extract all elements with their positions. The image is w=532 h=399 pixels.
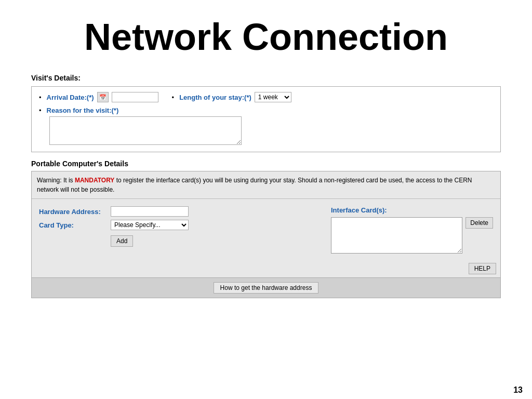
visits-details-box: • Arrival Date:(*) 📅 • Length of your st… (31, 86, 501, 152)
portable-section-label: Portable Computer's Details (31, 159, 532, 168)
calendar-icon-button[interactable]: 📅 (97, 92, 109, 102)
portable-box: Warning: It is MANDATORY to register the… (31, 171, 501, 298)
reason-textarea-wrapper (49, 116, 493, 147)
bullet-length: • (172, 94, 175, 101)
add-button[interactable]: Add (111, 235, 133, 247)
reason-label: Reason for the visit:(*) (47, 107, 119, 114)
card-type-select[interactable]: Please Specify... Ethernet Wireless (111, 220, 189, 230)
right-panel: Interface Card(s): Delete (329, 204, 495, 256)
hardware-address-label: Hardware Address: (39, 208, 107, 216)
warning-bar: Warning: It is MANDATORY to register the… (32, 171, 500, 199)
bottom-bar: How to get the hardware address (32, 277, 500, 298)
warning-prefix: Warning: It is (37, 177, 75, 184)
interface-card-area: Delete (331, 217, 493, 254)
card-type-row: Card Type: Please Specify... Ethernet Wi… (39, 220, 322, 230)
length-label: Length of your stay:(*) (179, 94, 251, 101)
hardware-address-row: Hardware Address: (39, 206, 322, 217)
hw-address-link-button[interactable]: How to get the hardware address (214, 282, 319, 294)
bullet-arrival: • (39, 94, 42, 101)
delete-button[interactable]: Delete (466, 217, 493, 229)
add-button-row: Add (39, 233, 322, 247)
help-button[interactable]: HELP (469, 263, 496, 274)
reason-row: • Reason for the visit:(*) (39, 107, 493, 114)
hardware-address-input[interactable] (111, 206, 189, 217)
page-title: Network Connection (0, 0, 532, 69)
warning-mandatory: MANDATORY (75, 177, 114, 184)
interface-cards-textarea[interactable] (331, 217, 462, 254)
help-row: HELP (32, 261, 500, 277)
bullet-reason: • (39, 107, 42, 114)
arrival-date-label: Arrival Date:(*) (47, 94, 94, 101)
visits-top-row: • Arrival Date:(*) 📅 • Length of your st… (39, 92, 493, 102)
portable-content: Hardware Address: Card Type: Please Spec… (32, 199, 500, 261)
page-number: 13 (513, 385, 523, 395)
left-panel: Hardware Address: Card Type: Please Spec… (37, 204, 324, 256)
arrival-date-input[interactable] (112, 92, 158, 102)
visits-details-label: Visit's Details: (31, 74, 532, 82)
card-type-label: Card Type: (39, 221, 107, 229)
interface-cards-label: Interface Card(s): (331, 206, 493, 214)
reason-textarea[interactable] (49, 116, 242, 145)
length-select[interactable]: 1 week 2 weeks 3 weeks 1 month (255, 92, 291, 102)
